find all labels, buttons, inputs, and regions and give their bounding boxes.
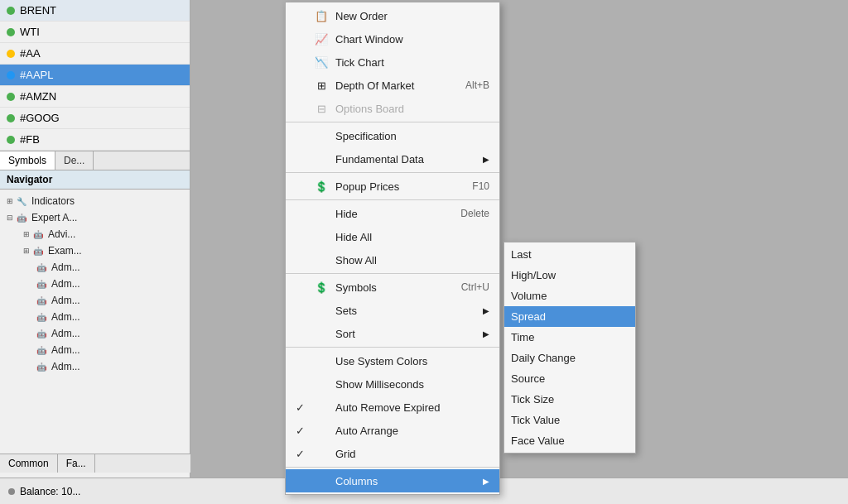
tree-node-icon: 🤖	[35, 310, 48, 324]
symbol-label: #AAPL	[20, 69, 53, 81]
menu-icon	[314, 446, 329, 461]
symbol-item-brent[interactable]: BRENT	[0, 0, 190, 22]
expand-icon[interactable]: ⊞	[23, 230, 30, 238]
menu-item-auto-arrange[interactable]: ✓Auto Arrange	[286, 419, 499, 442]
menu-item-sets[interactable]: Sets▶	[286, 299, 499, 322]
submenu-label: Tick Size	[511, 393, 625, 406]
menu-item-hide-all[interactable]: Hide All	[286, 225, 499, 248]
submenu-label: Daily Change	[511, 352, 625, 364]
tab-detail[interactable]: De...	[55, 151, 94, 170]
submenu-item-high-low[interactable]: High/Low	[504, 265, 635, 286]
symbol-item-goog[interactable]: #GOOG	[0, 108, 190, 129]
menu-icon: 💲	[314, 179, 329, 194]
menu-item-specification[interactable]: Specification	[286, 124, 499, 147]
tree-item-label: Exam...	[48, 245, 82, 257]
symbol-item-aa[interactable]: #AA	[0, 43, 190, 65]
bottom-tabs: Common Fa...	[0, 454, 190, 473]
menu-item-hide[interactable]: HideDelete	[286, 202, 499, 225]
menu-arrow: ▶	[483, 477, 489, 486]
expand-icon[interactable]: ⊟	[7, 214, 13, 222]
menu-item-symbols[interactable]: 💲SymbolsCtrl+U	[286, 276, 499, 299]
menu-item-fundamental-data[interactable]: Fundamental Data▶	[286, 147, 499, 170]
symbol-item-wti[interactable]: WTI	[0, 22, 190, 43]
menu-shortcut: F10	[472, 180, 489, 192]
menu-item-depth-of-market[interactable]: ⊞Depth Of MarketAlt+B	[286, 74, 499, 97]
tree-item[interactable]: 🤖Adm...	[0, 325, 190, 342]
submenu-label: Face Value	[511, 434, 625, 447]
menu-label: Sort	[335, 328, 476, 340]
navigator-header: Navigator	[0, 170, 190, 190]
menu-label: Auto Remove Expired	[335, 401, 489, 414]
symbol-dot	[7, 50, 15, 58]
tree-item[interactable]: 🤖Adm...	[0, 309, 190, 325]
tab-favorites[interactable]: Fa...	[58, 454, 95, 473]
tree-item[interactable]: ⊞🤖Advi...	[0, 226, 190, 242]
menu-item-tick-chart[interactable]: 📉Tick Chart	[286, 50, 499, 74]
menu-arrow: ▶	[483, 306, 489, 315]
tab-symbols[interactable]: Symbols	[0, 151, 55, 170]
expand-icon[interactable]: ⊞	[7, 197, 13, 205]
menu-item-columns[interactable]: Columns▶	[286, 469, 499, 492]
submenu-label: Volume	[511, 290, 625, 302]
tree-item[interactable]: 🤖Adm...	[0, 342, 190, 358]
menu-label: New Order	[335, 10, 489, 22]
menu-check: ✓	[292, 448, 307, 460]
menu-icon	[314, 206, 329, 221]
menu-item-use-system-colors[interactable]: Use System Colors	[286, 349, 499, 372]
submenu-item-source[interactable]: Source	[504, 368, 635, 389]
menu-shortcut: Ctrl+U	[461, 281, 489, 293]
menu-item-chart-window[interactable]: 📈Chart Window	[286, 27, 499, 50]
menu-item-sort[interactable]: Sort▶	[286, 322, 499, 345]
submenu-item-volume[interactable]: Volume	[504, 286, 635, 306]
tree-item[interactable]: ⊟🤖Expert A...	[0, 209, 190, 226]
tree-item[interactable]: ⊞🔧Indicators	[0, 193, 190, 209]
menu-item-show-all[interactable]: Show All	[286, 248, 499, 271]
symbol-dot	[7, 7, 15, 15]
tree-item-label: Adm...	[51, 328, 80, 339]
submenu-item-time[interactable]: Time	[504, 327, 635, 348]
menu-label: Tick Chart	[335, 56, 489, 69]
tree-item[interactable]: 🤖Adm...	[0, 259, 190, 276]
tree-item[interactable]: ⊞🤖Exam...	[0, 242, 190, 259]
tree-node-icon: 🔧	[15, 194, 28, 208]
submenu-label: Time	[511, 331, 625, 343]
menu-label: Auto Arrange	[335, 425, 489, 437]
submenu-label: Spread	[511, 310, 625, 323]
menu-item-popup-prices[interactable]: 💲Popup PricesF10	[286, 175, 499, 198]
symbol-item-fb[interactable]: #FB	[0, 129, 190, 151]
menu-label: Specification	[335, 130, 489, 142]
tree-item[interactable]: 🤖Adm...	[0, 276, 190, 292]
symbol-item-aapl[interactable]: #AAPL	[0, 65, 190, 86]
menu-item-new-order[interactable]: 📋New Order	[286, 4, 499, 27]
expand-icon[interactable]: ⊞	[23, 247, 30, 255]
menu-item-grid[interactable]: ✓Grid	[286, 442, 499, 465]
submenu-item-spread[interactable]: Spread	[504, 306, 635, 327]
menu-item-auto-remove-expired[interactable]: ✓Auto Remove Expired	[286, 396, 499, 419]
submenu-item-tick-size[interactable]: Tick Size	[504, 389, 635, 410]
menu-arrow: ▶	[483, 155, 489, 164]
menu-separator	[286, 467, 499, 468]
menu-label: Grid	[335, 448, 489, 460]
submenu-item-daily-change[interactable]: Daily Change	[504, 348, 635, 368]
menu-icon	[314, 353, 329, 368]
tree-item[interactable]: 🤖Adm...	[0, 358, 190, 375]
menu-icon: 📉	[314, 55, 329, 70]
tree-item-label: Adm...	[51, 262, 80, 273]
menu-check: ✓	[292, 425, 307, 437]
menu-shortcut: Alt+B	[465, 79, 489, 91]
tree-node-icon: 🤖	[15, 211, 28, 224]
menu-icon	[314, 252, 329, 267]
menu-item-options-board: ⊟Options Board	[286, 97, 499, 120]
symbol-label: #FB	[20, 133, 40, 146]
tree-item[interactable]: 🤖Adm...	[0, 292, 190, 309]
symbol-item-amzn[interactable]: #AMZN	[0, 86, 190, 108]
tab-common[interactable]: Common	[0, 454, 58, 473]
menu-icon	[314, 377, 329, 391]
tree-node-icon: 🤖	[35, 327, 48, 340]
submenu-item-last[interactable]: Last	[504, 244, 635, 265]
submenu-item-face-value[interactable]: Face Value	[504, 430, 635, 451]
menu-icon	[314, 473, 329, 488]
menu-item-show-milliseconds[interactable]: Show Milliseconds	[286, 372, 499, 396]
menu-label: Depth Of Market	[335, 79, 449, 92]
submenu-item-tick-value[interactable]: Tick Value	[504, 410, 635, 430]
